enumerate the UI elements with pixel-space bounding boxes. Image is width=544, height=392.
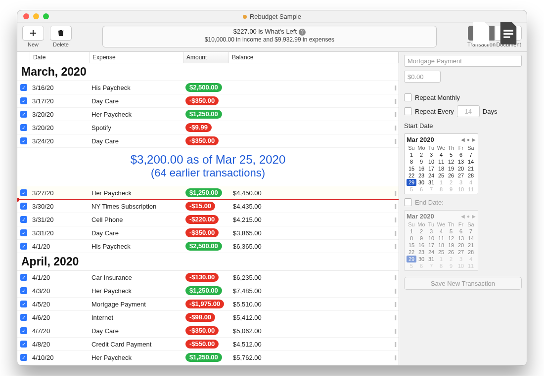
calendar-day[interactable]: 6 — [456, 151, 466, 158]
drag-handle-icon[interactable]: |||| — [395, 190, 396, 196]
drag-handle-icon[interactable]: |||| — [395, 98, 396, 104]
calendar-day[interactable]: 13 — [456, 158, 466, 165]
calendar-day[interactable]: 8 — [436, 262, 446, 269]
transaction-amount-input[interactable]: $0.00 — [404, 71, 441, 83]
calendar-day[interactable]: 26 — [446, 249, 456, 256]
calendar-day[interactable]: 8 — [407, 158, 416, 165]
calendar-day[interactable]: 7 — [426, 262, 436, 269]
calendar-day[interactable]: 5 — [446, 228, 456, 235]
drag-handle-icon[interactable]: |||| — [395, 112, 396, 117]
transaction-row[interactable]: ✓3/20/20Spotify-$9.99|||| — [17, 121, 399, 134]
calendar-day[interactable]: 2 — [416, 228, 426, 235]
calendar-day[interactable]: 7 — [466, 228, 476, 235]
calendar-day[interactable]: 11 — [436, 235, 446, 242]
row-checkbox[interactable]: ✓ — [20, 287, 27, 294]
transaction-row[interactable]: ✓4/8/20Credit Card Payment-$550.00$4,512… — [17, 338, 399, 351]
calendar-day[interactable]: 14 — [466, 235, 476, 242]
calendar-day[interactable]: 18 — [436, 242, 446, 249]
repeat-every-checkbox[interactable] — [404, 107, 412, 115]
calendar-day[interactable]: 30 — [416, 179, 426, 186]
calendar-day[interactable]: 31 — [426, 256, 436, 262]
calendar-day[interactable]: 4 — [466, 256, 476, 262]
calendar-day[interactable]: 10 — [456, 262, 466, 269]
transaction-row[interactable]: ✓3/31/20Day Care-$350.00$3,865.00|||| — [17, 226, 399, 240]
calendar-day[interactable]: 1 — [436, 179, 446, 186]
cal-prev-icon[interactable]: ◀ — [461, 137, 465, 142]
calendar-day[interactable]: 18 — [436, 165, 446, 172]
calendar-day[interactable]: 21 — [466, 165, 476, 172]
transaction-row[interactable]: ✓3/27/20Her Paycheck$1,250.00$4,450.00||… — [17, 186, 399, 200]
calendar-day[interactable]: 10 — [426, 235, 436, 242]
calendar-day[interactable]: 12 — [446, 235, 456, 242]
calendar-day[interactable]: 11 — [466, 186, 476, 193]
cal-next-icon[interactable]: ▶ — [472, 214, 476, 219]
start-date-calendar[interactable]: Mar 2020◀●▶SuMoTuWeThFrSa123456789101112… — [404, 133, 478, 194]
transaction-row[interactable]: ✓4/3/20Her Paycheck$1,250.00$7,485.00|||… — [17, 284, 399, 298]
header-expense[interactable]: Expense — [90, 52, 183, 63]
calendar-day[interactable]: 3 — [456, 256, 466, 262]
calendar-day[interactable]: 15 — [407, 242, 416, 249]
calendar-day[interactable]: 11 — [466, 262, 476, 269]
calendar-day[interactable]: 3 — [456, 179, 466, 186]
row-checkbox[interactable]: ✓ — [20, 84, 27, 91]
repeat-monthly-checkbox[interactable] — [404, 93, 412, 101]
row-checkbox[interactable]: ✓ — [20, 327, 27, 334]
save-transaction-button[interactable]: Save New Transaction — [404, 277, 522, 290]
drag-handle-icon[interactable]: |||| — [395, 138, 396, 144]
repeat-every-row[interactable]: Repeat Every 14 Days — [404, 105, 522, 117]
row-checkbox[interactable]: ✓ — [20, 97, 27, 104]
transaction-name-input[interactable]: Mortgage Payment — [404, 55, 522, 67]
row-checkbox[interactable]: ✓ — [20, 189, 27, 196]
calendar-day[interactable]: 22 — [407, 172, 416, 179]
calendar-day[interactable]: 3 — [426, 151, 436, 158]
calendar-day[interactable]: 14 — [466, 158, 476, 165]
row-checkbox[interactable]: ✓ — [20, 301, 27, 307]
row-checkbox[interactable]: ✓ — [20, 354, 27, 361]
calendar-day[interactable]: 22 — [407, 249, 416, 256]
calendar-day[interactable]: 1 — [407, 151, 416, 158]
calendar-day[interactable]: 30 — [416, 256, 426, 262]
drag-handle-icon[interactable]: |||| — [395, 230, 396, 236]
calendar-day[interactable]: 17 — [426, 165, 436, 172]
transaction-row[interactable]: ✓4/10/20Her Paycheck$1,250.00$5,762.00||… — [17, 351, 399, 364]
header-amount[interactable]: Amount — [183, 52, 229, 63]
header-balance[interactable]: Balance — [229, 52, 399, 63]
calendar-day[interactable]: 31 — [426, 179, 436, 186]
calendar-day[interactable]: 7 — [426, 186, 436, 193]
calendar-day[interactable]: 2 — [446, 179, 456, 186]
drag-handle-icon[interactable]: |||| — [395, 244, 396, 249]
calendar-day[interactable]: 5 — [407, 262, 416, 269]
drag-handle-icon[interactable]: |||| — [395, 275, 396, 280]
transaction-row[interactable]: ✓3/16/20His Paycheck$2,500.00|||| — [17, 81, 399, 94]
drag-handle-icon[interactable]: |||| — [395, 217, 396, 222]
transaction-row[interactable]: ✓4/5/20Mortgage Payment-$1,975.00$5,510.… — [17, 298, 399, 311]
calendar-day[interactable]: 6 — [456, 228, 466, 235]
calendar-day[interactable]: 2 — [446, 256, 456, 262]
new-button[interactable] — [22, 26, 44, 41]
calendar-day[interactable]: 8 — [407, 235, 416, 242]
calendar-day[interactable]: 28 — [466, 172, 476, 179]
calendar-day[interactable]: 25 — [436, 172, 446, 179]
calendar-day[interactable]: 9 — [416, 158, 426, 165]
calendar-day[interactable]: 23 — [416, 249, 426, 256]
drag-handle-icon[interactable]: |||| — [395, 328, 396, 334]
row-checkbox[interactable]: ✓ — [20, 203, 27, 210]
end-date-checkbox[interactable] — [404, 198, 412, 206]
calendar-day[interactable]: 29 — [407, 179, 416, 186]
transaction-row[interactable]: ✓3/17/20Day Care-$350.00|||| — [17, 94, 399, 108]
calendar-day[interactable]: 4 — [436, 151, 446, 158]
calendar-day[interactable]: 12 — [446, 158, 456, 165]
calendar-day[interactable]: 6 — [416, 186, 426, 193]
row-checkbox[interactable]: ✓ — [20, 243, 27, 250]
calendar-day[interactable]: 3 — [426, 228, 436, 235]
calendar-day[interactable]: 28 — [466, 249, 476, 256]
calendar-day[interactable]: 6 — [416, 262, 426, 269]
calendar-day[interactable]: 19 — [446, 242, 456, 249]
calendar-day[interactable]: 9 — [416, 235, 426, 242]
calendar-day[interactable]: 16 — [416, 242, 426, 249]
drag-handle-icon[interactable]: |||| — [395, 315, 396, 320]
delete-button[interactable] — [50, 26, 72, 41]
calendar-day[interactable]: 29 — [407, 256, 416, 262]
calendar-day[interactable]: 19 — [446, 165, 456, 172]
calendar-day[interactable]: 27 — [456, 249, 466, 256]
